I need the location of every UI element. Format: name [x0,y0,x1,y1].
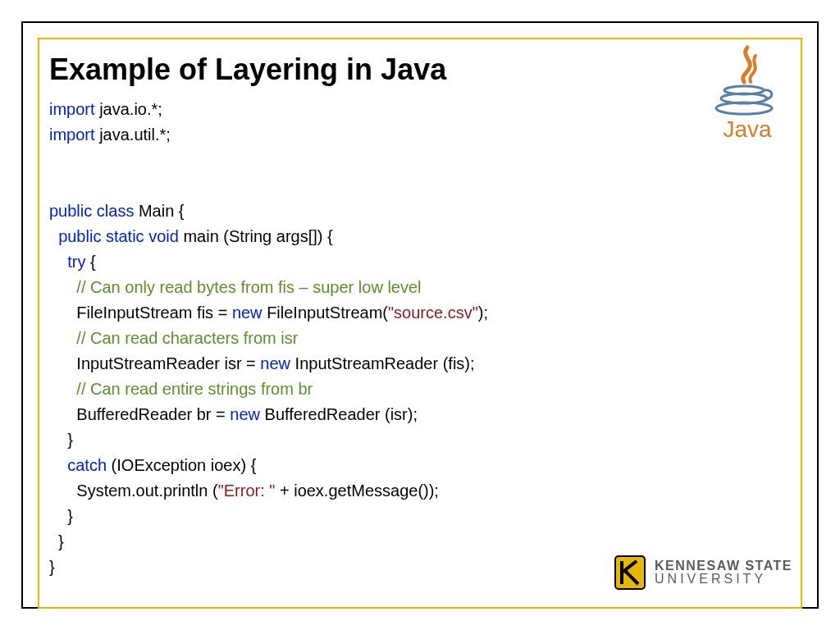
ksu-logo: KENNESAW STATE UNIVERSITY [614,555,792,591]
keyword-import: import [49,126,95,144]
code-text: BufferedReader br = [49,405,230,423]
keyword-new: new [232,304,262,322]
code-text: InputStreamReader isr = [49,354,260,372]
code-text: System.out.println ( [49,482,218,500]
java-logo-text: Java [702,116,792,143]
java-logo: Java [702,44,792,143]
ksu-text: KENNESAW STATE UNIVERSITY [655,559,792,586]
keyword-new: new [230,405,260,423]
code-text: FileInputStream fis = [49,304,232,322]
string-literal: "source.csv" [388,304,478,322]
code-block: import java.io.*; import java.util.*; pu… [49,97,788,580]
ksu-line1: KENNESAW STATE [655,559,792,573]
code-text: } [49,431,73,449]
code-text: Main { [134,202,184,220]
string-literal: "Error: " [218,482,276,500]
slide-title: Example of Layering in Java [49,52,788,87]
ksu-crest-icon [614,555,646,591]
keyword-public-class: public class [49,202,134,220]
code-text: (IOException ioex) { [107,456,256,474]
code-text: } [49,532,64,550]
code-text: + ioex.getMessage()); [275,482,439,500]
code-text: { [85,253,95,271]
code-text: java.io.*; [95,100,162,118]
code-text: ); [478,304,488,322]
comment: // Can read entire strings from br [76,380,313,398]
code-text: } [49,507,73,525]
java-cup-icon [711,44,783,118]
keyword-try: try [67,253,85,271]
code-text: InputStreamReader (fis); [290,354,475,372]
slide-content: Example of Layering in Java import java.… [49,52,788,580]
keyword-public-static-void: public static void [58,227,179,245]
ksu-line2: UNIVERSITY [655,573,792,586]
code-text: java.util.*; [95,126,171,144]
code-text: BufferedReader (isr); [260,405,418,423]
comment: // Can only read bytes from fis – super … [76,278,421,296]
keyword-new: new [260,354,290,372]
keyword-catch: catch [67,456,107,474]
code-text: FileInputStream( [262,304,388,322]
comment: // Can read characters from isr [76,329,298,347]
code-text: } [49,558,55,576]
svg-rect-3 [615,556,645,589]
keyword-import: import [49,100,95,118]
code-text: main (String args[]) { [179,227,333,245]
